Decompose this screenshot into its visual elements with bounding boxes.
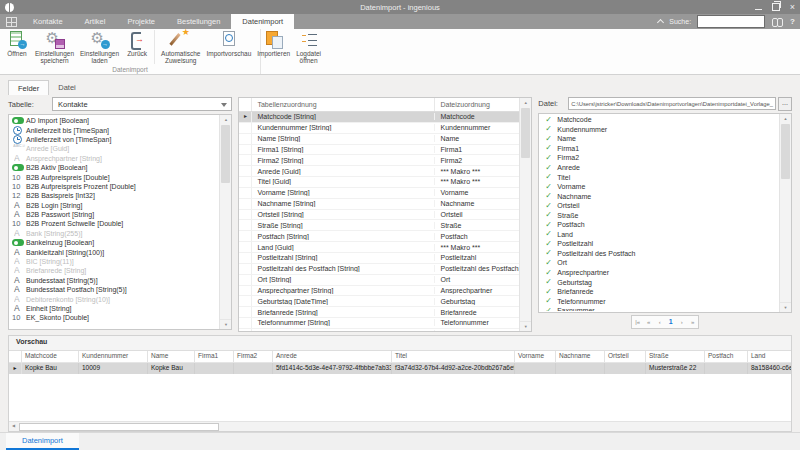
ribbon-button[interactable]: Logdatei öffnen [293, 30, 324, 64]
ribbon-tab[interactable]: Kontakte [22, 14, 74, 29]
field-list-item[interactable]: Anrede [Guid] [12, 144, 219, 153]
pager-prev-button[interactable]: ‹ [654, 316, 665, 328]
file-column-item[interactable]: ✓ Firma1 [542, 144, 779, 154]
preview-column-header[interactable]: Name [148, 351, 195, 362]
pager-fast-prev-button[interactable]: « [643, 316, 654, 328]
mapping-row[interactable]: Anrede [Guid] *** Makro *** [239, 166, 520, 177]
file-column-item[interactable]: ✓ Nachname [542, 191, 779, 201]
ribbon-button[interactable]: Importvorschau [203, 30, 254, 57]
file-column-item[interactable]: ✓ Briefanrede [542, 287, 779, 297]
fields-scrollbar[interactable]: ▲ ▼ [219, 115, 231, 329]
mapping-row[interactable]: Postleitzahl [String] Postleitzahl [239, 253, 520, 264]
preview-column-header[interactable]: Straße [646, 351, 705, 362]
ribbon-tab[interactable]: Artikel [74, 14, 117, 29]
scroll-up-icon[interactable]: ▲ [520, 98, 531, 107]
preview-column-header[interactable]: Land [748, 351, 791, 362]
file-column-item[interactable]: ✓ Matchcode [542, 115, 779, 125]
ribbon-button[interactable]: Automatische Zuweisung [154, 30, 203, 64]
mapping-row[interactable]: Kundennummer [String] Kundennummer [239, 123, 520, 134]
mapping-row[interactable]: Faxnummer [String] Faxnummer [239, 329, 520, 331]
scroll-thumb[interactable] [781, 124, 790, 179]
preview-column-header[interactable]: Ortsteil [605, 351, 646, 362]
file-column-item[interactable]: ✓ Kundennummer [542, 125, 779, 135]
file-column-item[interactable]: ✓ Firma2 [542, 153, 779, 163]
table-select[interactable]: Kontakte [52, 97, 232, 111]
preview-column-header[interactable]: Matchcode [22, 351, 79, 362]
mapping-row[interactable]: Geburtstag [DateTime] Geburtstag [239, 296, 520, 307]
field-list-item[interactable]: Einheit [String] [12, 304, 219, 313]
scroll-up-icon[interactable]: ▲ [780, 114, 791, 123]
scroll-left-icon[interactable]: ◀ [9, 422, 18, 431]
mapping-row[interactable]: Vorname [String] Vorname [239, 188, 520, 199]
mapping-row[interactable]: Telefonnummer [String] Telefonnummer [239, 318, 520, 329]
ribbon-tab[interactable]: Bestellungen [166, 14, 231, 29]
search-input[interactable] [697, 15, 765, 28]
column-header-dateizuordnung[interactable]: Dateizuordnung [435, 101, 531, 108]
field-list-item[interactable]: B2B Login [String] [12, 201, 219, 210]
mapping-scrollbar[interactable]: ▲ ▼ [519, 98, 531, 331]
mapping-row[interactable]: Postfach [String] Postfach [239, 231, 520, 242]
field-list-item[interactable]: B2B Basispreis [Int32] [12, 191, 219, 200]
pager-next-button[interactable]: › [676, 316, 687, 328]
mapping-row[interactable]: Ortsteil [String] Ortsteil [239, 210, 520, 221]
mapping-row[interactable]: Firma1 [String] Firma1 [239, 145, 520, 156]
help-icon[interactable]: ? [790, 17, 795, 26]
field-list-item[interactable]: Briefanrede [String] [12, 266, 219, 275]
file-column-item[interactable]: ✓ Faxnummer [542, 306, 779, 311]
file-column-item[interactable]: ✓ Titel [542, 172, 779, 182]
preview-column-header[interactable]: Vorname [515, 351, 556, 362]
mapping-row[interactable]: Firma2 [String] Firma2 [239, 155, 520, 166]
field-list-item[interactable]: Bankeinzug [Boolean] [12, 238, 219, 247]
app-menu-button[interactable] [0, 14, 22, 29]
scroll-down-icon[interactable]: ▼ [220, 319, 231, 329]
ribbon-button[interactable]: Öffnen [2, 30, 32, 57]
field-list-item[interactable]: B2B Passwort [String] [12, 210, 219, 219]
ribbon-tab[interactable]: Datenimport [231, 14, 294, 29]
preview-data-row[interactable]: ▸ Kopke Bau10009Kopke Bau5fd1414c-5d3e-4… [9, 363, 791, 374]
scroll-down-icon[interactable]: ▼ [520, 321, 531, 331]
preview-column-header[interactable]: Firma1 [195, 351, 234, 362]
mapping-row[interactable]: Name [String] Name [239, 134, 520, 145]
mapping-row[interactable]: Straße [String] Straße [239, 220, 520, 231]
pager-last-button[interactable]: » [687, 316, 698, 328]
scroll-down-icon[interactable]: ▼ [780, 302, 791, 312]
preview-column-header[interactable]: Anrede [273, 351, 392, 362]
pager-first-button[interactable]: |« [632, 316, 643, 328]
ribbon-button[interactable]: Zurück [122, 30, 152, 57]
minimize-icon[interactable] [755, 5, 762, 10]
mapping-row[interactable]: Titel [Guid] *** Makro *** [239, 177, 520, 188]
file-column-item[interactable]: ✓ Postleitzahl [542, 239, 779, 249]
file-column-item[interactable]: ✓ Anrede [542, 163, 779, 173]
mapping-row[interactable]: Postleitzahl des Postfach [String] Postl… [239, 264, 520, 275]
field-list-item[interactable]: Bankleitzahl [String(100)] [12, 247, 219, 256]
file-column-item[interactable]: ✓ Postleitzahl des Postfach [542, 249, 779, 259]
field-list-item[interactable]: BIC [String(11)] [12, 257, 219, 266]
mapping-row[interactable]: Briefanrede [String] Briefanrede [239, 307, 520, 318]
maximize-icon[interactable] [772, 3, 780, 11]
field-list-item[interactable]: Ansprechpartner [String] [12, 154, 219, 163]
page-tab[interactable]: Datei [49, 80, 85, 95]
page-tab[interactable]: Felder [8, 80, 49, 95]
preview-column-header[interactable]: Firma2 [234, 351, 273, 362]
field-list-item[interactable]: Anlieferzeit von [TimeSpan] [12, 135, 219, 144]
preview-hscrollbar[interactable]: ◀ [9, 421, 791, 431]
field-list-item[interactable]: B2B Aufpreispreis [Double] [12, 172, 219, 181]
preview-column-header[interactable]: Titel [392, 351, 515, 362]
file-column-item[interactable]: ✓ Vorname [542, 182, 779, 192]
field-list-item[interactable]: Bundesstaat Postfach [String(5)] [12, 285, 219, 294]
file-path-input[interactable]: C:\Users\jstricker\Downloads\Datenimport… [568, 97, 776, 110]
mapping-row[interactable]: Ort [String] Ort [239, 275, 520, 286]
mapping-row[interactable]: Ansprechpartner [String] Ansprechpartner [239, 286, 520, 297]
file-columns-scrollbar[interactable]: ▲ ▼ [779, 114, 791, 312]
binoculars-icon[interactable] [771, 17, 784, 26]
file-column-item[interactable]: ✓ Geburtstag [542, 277, 779, 287]
ribbon-button[interactable]: Einstellungen speichern [32, 30, 77, 64]
file-column-item[interactable]: ✓ Postfach [542, 220, 779, 230]
document-tab-datenimport[interactable]: Datenimport [6, 433, 79, 450]
scroll-thumb[interactable] [221, 125, 230, 183]
preview-column-header[interactable]: Nachname [556, 351, 605, 362]
file-column-item[interactable]: ✓ Ansprechpartner [542, 268, 779, 278]
file-column-item[interactable]: ✓ Ortsteil [542, 201, 779, 211]
file-column-item[interactable]: ✓ Straße [542, 210, 779, 220]
field-list-item[interactable]: Debitorenkonto [String(10)] [12, 294, 219, 303]
